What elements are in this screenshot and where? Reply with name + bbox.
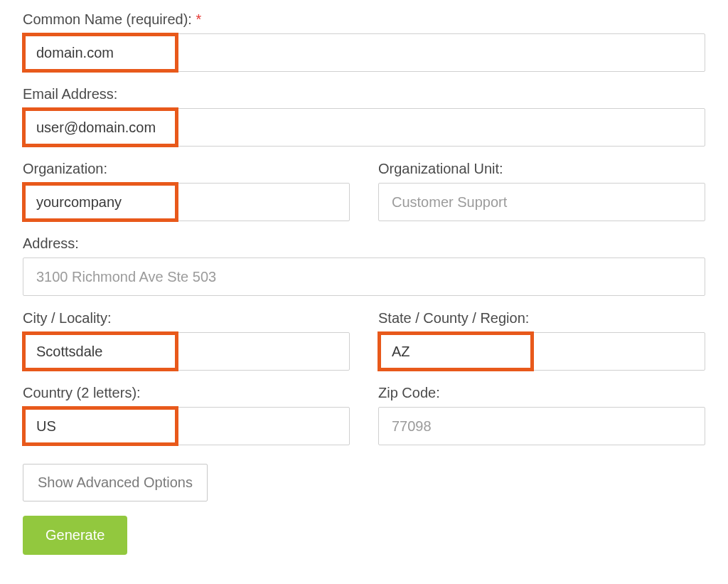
csr-form: Common Name (required): * Email Address:… [23, 11, 705, 555]
common-name-input-wrapper [23, 33, 705, 72]
org-unit-input-wrapper [378, 183, 705, 221]
address-field-group: Address: [23, 235, 705, 296]
org-unit-input[interactable] [379, 184, 705, 221]
state-label: State / County / Region: [378, 310, 705, 326]
common-name-field-group: Common Name (required): * [23, 11, 705, 72]
state-input-wrapper [378, 332, 705, 371]
city-input[interactable] [23, 333, 349, 370]
address-label: Address: [23, 235, 705, 252]
address-input[interactable] [23, 258, 705, 295]
state-field-group: State / County / Region: [378, 310, 705, 371]
common-name-label-text: Common Name (required): [23, 11, 192, 27]
org-unit-label: Organizational Unit: [378, 161, 705, 177]
email-label: Email Address: [23, 86, 705, 102]
country-input[interactable] [23, 408, 349, 445]
organization-field-group: Organization: [23, 161, 350, 221]
zip-input-wrapper [378, 407, 705, 445]
email-field-group: Email Address: [23, 86, 705, 147]
country-field-group: Country (2 letters): [23, 385, 350, 445]
show-advanced-options-button[interactable]: Show Advanced Options [23, 464, 208, 501]
advanced-options-row: Show Advanced Options [23, 460, 705, 501]
city-input-wrapper [23, 332, 350, 371]
org-unit-field-group: Organizational Unit: [378, 161, 705, 221]
zip-input[interactable] [379, 408, 705, 445]
common-name-input[interactable] [23, 34, 705, 71]
common-name-label: Common Name (required): * [23, 11, 705, 28]
organization-label: Organization: [23, 161, 350, 177]
org-row: Organization: Organizational Unit: [23, 161, 705, 235]
generate-button[interactable]: Generate [23, 516, 127, 555]
country-input-wrapper [23, 407, 350, 445]
email-input-wrapper [23, 108, 705, 147]
country-label: Country (2 letters): [23, 385, 350, 401]
city-label: City / Locality: [23, 310, 350, 326]
zip-label: Zip Code: [378, 385, 705, 401]
state-input[interactable] [379, 333, 705, 370]
organization-input-wrapper [23, 183, 350, 221]
country-zip-row: Country (2 letters): Zip Code: [23, 385, 705, 460]
generate-row: Generate [23, 501, 705, 555]
city-field-group: City / Locality: [23, 310, 350, 371]
zip-field-group: Zip Code: [378, 385, 705, 445]
required-asterisk: * [192, 11, 201, 27]
organization-input[interactable] [23, 184, 349, 221]
city-state-row: City / Locality: State / County / Region… [23, 310, 705, 385]
address-input-wrapper [23, 258, 705, 296]
email-input[interactable] [23, 109, 705, 146]
